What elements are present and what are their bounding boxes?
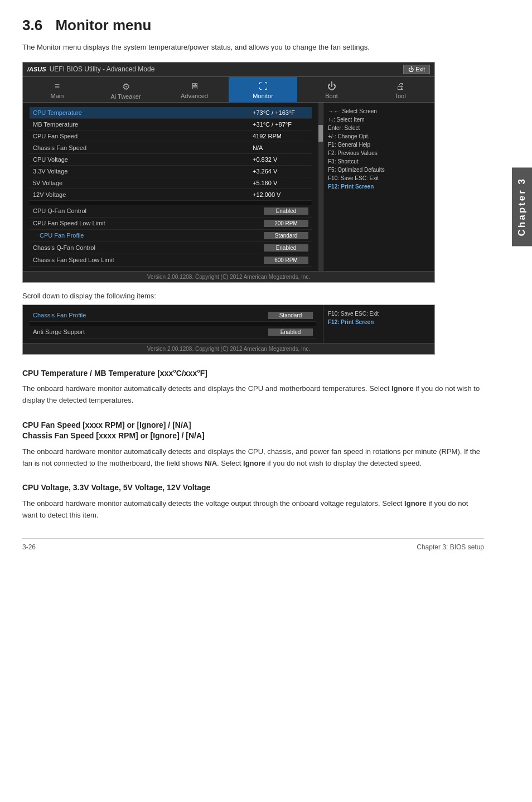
main-icon: ≡	[25, 81, 89, 91]
cpu-temp-body: The onboard hardware monitor automatical…	[22, 383, 484, 407]
bios-footer: Version 2.00.1208. Copyright (C) 2012 Am…	[23, 271, 434, 282]
bios-scroll-help: F10: Save ESC: Exit F12: Print Screen	[323, 305, 434, 343]
12v-voltage-row: 12V Voltage +12.000 V	[30, 189, 312, 201]
fan-speed-section: CPU Fan Speed [xxxx RPM] or [Ignore] / […	[22, 420, 484, 470]
bios-exit-button[interactable]: ⏻ Exit	[403, 65, 430, 74]
5v-voltage-row: 5V Voltage +5.160 V	[30, 177, 312, 189]
scroll-note: Scroll down to display the following ite…	[22, 292, 484, 300]
cpu-fan-low-limit-row[interactable]: CPU Fan Speed Low Limit 200 RPM	[30, 218, 312, 230]
anti-surge-row[interactable]: Anti Surge Support Enabled	[30, 326, 316, 339]
boot-icon: ⏻	[299, 81, 364, 91]
nav-advanced[interactable]: 🖥 Advanced	[160, 77, 229, 102]
nav-boot[interactable]: ⏻ Boot	[297, 77, 366, 102]
bios-footer-2: Version 2.00.1208. Copyright (C) 2012 Am…	[23, 343, 434, 354]
fan-speed-body: The onboard hardware monitor automatical…	[22, 446, 484, 470]
chassis-fan-profile-row[interactable]: Chassis Fan Profile Standard	[30, 310, 316, 322]
monitor-icon: ⛶	[231, 81, 295, 91]
bios-scroll-screenshot: Chassis Fan Profile Standard Anti Surge …	[22, 305, 435, 355]
power-icon: ⏻	[408, 66, 414, 73]
voltage-section: CPU Voltage, 3.3V Voltage, 5V Voltage, 1…	[22, 482, 484, 521]
cpu-fan-profile-row[interactable]: CPU Fan Profile Standard	[30, 230, 312, 242]
fan-speed-heading: CPU Fan Speed [xxxx RPM] or [Ignore] / […	[22, 420, 484, 442]
bios-help-panel: →←: Select Screen ↑↓: Select Item Enter:…	[323, 103, 434, 271]
nav-ai-tweaker[interactable]: ⚙ Ai Tweaker	[91, 77, 160, 102]
asus-logo: /ASUS	[27, 66, 46, 73]
mb-temp-row: MB Temperature +31°C / +87°F	[30, 119, 312, 131]
section-title: 3.6 Monitor menu	[22, 17, 151, 33]
cpu-qfan-row[interactable]: CPU Q-Fan Control Enabled	[30, 205, 312, 218]
nav-tool[interactable]: 🖨 Tool	[366, 77, 434, 102]
bios-title: UEFI BIOS Utility - Advanced Mode	[50, 65, 155, 73]
cpu-temp-heading: CPU Temperature / MB Temperature [xxx°C/…	[22, 368, 484, 379]
chassis-fan-speed-row: Chassis Fan Speed N/A	[30, 142, 312, 154]
nav-monitor[interactable]: ⛶ Monitor	[229, 77, 297, 102]
chassis-fan-low-limit-row[interactable]: Chassis Fan Speed Low Limit 600 RPM	[30, 254, 312, 267]
tweaker-icon: ⚙	[94, 81, 158, 92]
cpu-temp-section: CPU Temperature / MB Temperature [xxx°C/…	[22, 368, 484, 407]
cpu-fan-speed-row: CPU Fan Speed 4192 RPM	[30, 131, 312, 142]
advanced-icon: 🖥	[162, 81, 226, 91]
voltage-heading: CPU Voltage, 3.3V Voltage, 5V Voltage, 1…	[22, 482, 484, 494]
intro-text: The Monitor menu displays the system tem…	[22, 42, 484, 53]
voltage-body: The onboard hardware monitor automatical…	[22, 498, 484, 521]
33v-voltage-row: 3.3V Voltage +3.264 V	[30, 166, 312, 177]
chapter-sidebar: Chapter 3	[512, 167, 532, 246]
cpu-temp-row[interactable]: CPU Temperature +73°C / +163°F	[30, 107, 312, 119]
nav-main[interactable]: ≡ Main	[23, 77, 91, 102]
bios-main-screenshot: /ASUS UEFI BIOS Utility - Advanced Mode …	[22, 62, 435, 283]
page-number: 3-26	[22, 543, 36, 551]
bios-scrollbar[interactable]	[318, 103, 323, 271]
tool-icon: 🖨	[368, 81, 432, 91]
cpu-voltage-row: CPU Voltage +0.832 V	[30, 154, 312, 166]
chassis-qfan-row[interactable]: Chassis Q-Fan Control Enabled	[30, 242, 312, 254]
page-chapter: Chapter 3: BIOS setup	[417, 543, 484, 551]
